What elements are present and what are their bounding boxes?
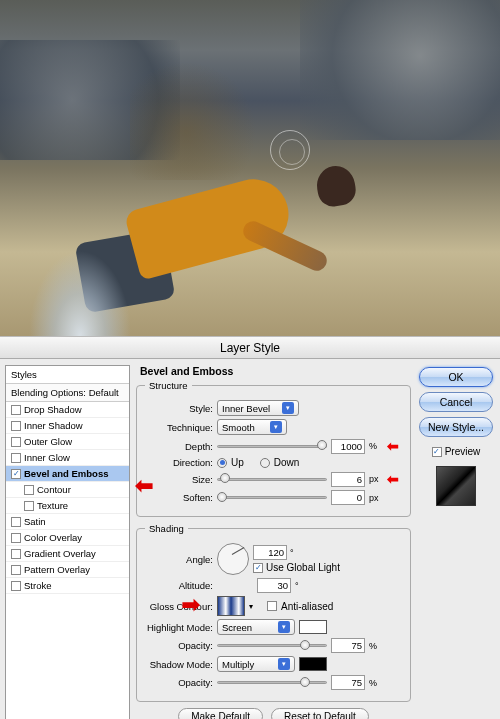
layer-style-dialog: Layer Style Styles Blending Options: Def… [0, 336, 500, 719]
style-label: Inner Glow [24, 452, 70, 463]
style-checkbox[interactable] [11, 421, 21, 431]
style-row-gradient-overlay[interactable]: Gradient Overlay [6, 546, 129, 562]
highlight-color-swatch[interactable] [299, 620, 327, 634]
size-label: Size: [145, 474, 213, 485]
ok-button[interactable]: OK [419, 367, 493, 387]
style-checkbox[interactable] [11, 453, 21, 463]
angle-input[interactable]: 120 [253, 545, 287, 560]
angle-unit: ° [290, 548, 304, 558]
shadow-mode-dropdown[interactable]: Multiply ▾ [217, 656, 295, 672]
style-label: Color Overlay [24, 532, 82, 543]
cancel-button[interactable]: Cancel [419, 392, 493, 412]
blending-options-row[interactable]: Blending Options: Default [6, 384, 129, 402]
technique-dropdown[interactable]: Smooth ▾ [217, 419, 287, 435]
settings-panel: Bevel and Emboss Structure Style: Inner … [136, 365, 411, 719]
depth-input[interactable]: 1000 [331, 439, 365, 454]
style-checkbox[interactable]: ✓ [11, 469, 21, 479]
soften-input[interactable]: 0 [331, 490, 365, 505]
style-label: Stroke [24, 580, 51, 591]
shadow-opacity-slider[interactable] [217, 676, 327, 690]
style-dropdown[interactable]: Inner Bevel ▾ [217, 400, 299, 416]
dialog-title: Layer Style [0, 337, 500, 359]
angle-label: Angle: [145, 554, 213, 565]
shadow-opacity-input[interactable]: 75 [331, 675, 365, 690]
style-label: Satin [24, 516, 46, 527]
style-row-color-overlay[interactable]: Color Overlay [6, 530, 129, 546]
style-row-inner-glow[interactable]: Inner Glow [6, 450, 129, 466]
style-value: Inner Bevel [222, 403, 270, 414]
style-row-drop-shadow[interactable]: Drop Shadow [6, 402, 129, 418]
altitude-label: Altitude: [145, 580, 213, 591]
highlight-opacity-slider[interactable] [217, 639, 327, 653]
style-row-outer-glow[interactable]: Outer Glow [6, 434, 129, 450]
shading-group: Shading Angle: 120 ° ✓ Use Global Light [136, 523, 411, 702]
style-checkbox[interactable] [11, 581, 21, 591]
direction-down-radio[interactable] [260, 458, 270, 468]
structure-legend: Structure [145, 380, 192, 391]
annotation-arrow-icon: ⬅ [182, 592, 200, 618]
shading-legend: Shading [145, 523, 188, 534]
styles-header[interactable]: Styles [6, 366, 129, 384]
style-checkbox[interactable] [11, 437, 21, 447]
global-light-checkbox[interactable]: ✓ [253, 563, 263, 573]
style-checkbox[interactable] [11, 533, 21, 543]
reset-default-button[interactable]: Reset to Default [271, 708, 369, 719]
right-buttons-panel: OK Cancel New Style... ✓ Preview [417, 365, 495, 719]
style-label: Drop Shadow [24, 404, 82, 415]
style-label: Contour [37, 484, 71, 495]
gloss-contour-picker[interactable] [217, 596, 245, 616]
style-label: Texture [37, 500, 68, 511]
direction-up-radio[interactable] [217, 458, 227, 468]
altitude-input[interactable]: 30 [257, 578, 291, 593]
highlight-mode-dropdown[interactable]: Screen ▾ [217, 619, 295, 635]
style-checkbox[interactable] [11, 565, 21, 575]
style-checkbox[interactable] [24, 501, 34, 511]
annotation-arrow-icon: ⬅ [387, 438, 399, 454]
soften-slider[interactable] [217, 491, 327, 505]
up-label: Up [231, 457, 244, 468]
style-row-pattern-overlay[interactable]: Pattern Overlay [6, 562, 129, 578]
altitude-unit: ° [295, 581, 309, 591]
water-splash [20, 236, 140, 336]
annotation-arrow-icon: ⬅ [387, 471, 399, 487]
soften-label: Soften: [145, 492, 213, 503]
shadow-opacity-unit: % [369, 678, 383, 688]
style-row-bevel-and-emboss[interactable]: ✓Bevel and Emboss [6, 466, 129, 482]
angle-wheel[interactable] [217, 543, 249, 575]
depth-label: Depth: [145, 441, 213, 452]
highlight-opacity-input[interactable]: 75 [331, 638, 365, 653]
dropdown-arrow-icon[interactable]: ▾ [249, 602, 253, 611]
anti-aliased-checkbox[interactable] [267, 601, 277, 611]
preview-checkbox[interactable]: ✓ [432, 447, 442, 457]
preview-swatch [436, 466, 476, 506]
dropdown-arrow-icon: ▾ [278, 658, 290, 670]
size-input[interactable]: 6 [331, 472, 365, 487]
gloss-contour-label: Gloss Contour: [145, 601, 213, 612]
style-row-stroke[interactable]: Stroke [6, 578, 129, 594]
new-style-button[interactable]: New Style... [419, 417, 493, 437]
down-label: Down [274, 457, 300, 468]
style-label: Bevel and Emboss [24, 468, 108, 479]
depth-slider[interactable] [217, 439, 327, 453]
style-checkbox[interactable] [24, 485, 34, 495]
dropdown-arrow-icon: ▾ [282, 402, 294, 414]
style-checkbox[interactable] [11, 549, 21, 559]
anti-aliased-label: Anti-aliased [281, 601, 333, 612]
highlight-opacity-unit: % [369, 641, 383, 651]
highlight-opacity-label: Opacity: [145, 640, 213, 651]
size-slider[interactable] [217, 472, 327, 486]
style-checkbox[interactable] [11, 405, 21, 415]
highlight-mode-value: Screen [222, 622, 252, 633]
style-row-texture[interactable]: Texture [6, 498, 129, 514]
style-row-inner-shadow[interactable]: Inner Shadow [6, 418, 129, 434]
structure-group: Structure Style: Inner Bevel ▾ Technique… [136, 380, 411, 517]
style-row-contour[interactable]: Contour [6, 482, 129, 498]
style-checkbox[interactable] [11, 517, 21, 527]
annotation-arrow-icon: ⬅ [135, 473, 153, 499]
style-row-satin[interactable]: Satin [6, 514, 129, 530]
make-default-button[interactable]: Make Default [178, 708, 263, 719]
dropdown-arrow-icon: ▾ [278, 621, 290, 633]
shadow-color-swatch[interactable] [299, 657, 327, 671]
technique-value: Smooth [222, 422, 255, 433]
shadow-opacity-label: Opacity: [145, 677, 213, 688]
